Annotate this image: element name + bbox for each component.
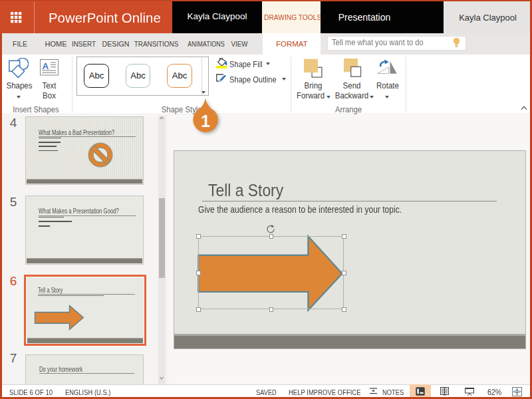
svg-text:A: A <box>43 61 49 71</box>
svg-text:1: 1 <box>201 112 210 130</box>
